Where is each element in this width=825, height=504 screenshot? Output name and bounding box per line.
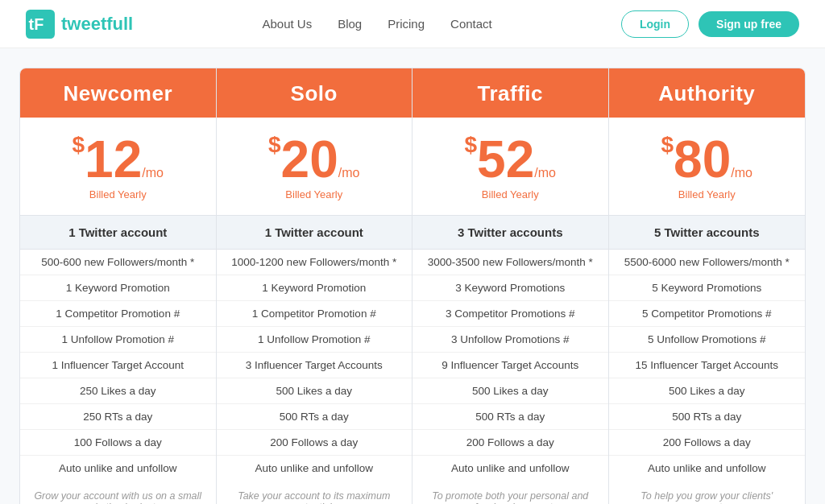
plan-price-box: $20/mo Billed Yearly [217, 118, 412, 215]
feature-item: 500 Likes a day [609, 378, 806, 404]
plan-name: Traffic [412, 68, 608, 118]
feature-item: 1 Competitor Promotion # [20, 301, 216, 327]
feature-item: 500-600 new Followers/month * [20, 250, 216, 275]
price-billing: Billed Yearly [609, 188, 806, 207]
plan-authority: Authority $80/mo Billed Yearly 5 Twitter… [609, 68, 806, 504]
price-dollar: $ [465, 132, 478, 157]
login-button[interactable]: Login [621, 10, 689, 38]
signup-button[interactable]: Sign up free [699, 11, 799, 37]
plan-name: Solo [217, 68, 412, 118]
feature-item: 3 Keyword Promotions [412, 275, 608, 301]
plan-accounts: 1 Twitter account [217, 215, 412, 250]
plan-price: $52/mo [465, 134, 556, 185]
feature-item: 200 Follows a day [217, 430, 412, 456]
plan-price-box: $52/mo Billed Yearly [412, 118, 608, 215]
plan-features: 3000-3500 new Followers/month *3 Keyword… [412, 250, 608, 481]
feature-item: 1 Keyword Promotion [217, 275, 412, 301]
feature-item: 500 Likes a day [412, 378, 608, 404]
nav-blog[interactable]: Blog [338, 17, 362, 31]
plan-accounts: 3 Twitter accounts [412, 215, 608, 250]
navbar: tF tweetfull About Us Blog Pricing Conta… [0, 0, 825, 48]
plan-price-box: $80/mo Billed Yearly [609, 118, 806, 215]
price-billing: Billed Yearly [412, 188, 608, 207]
plan-newcomer: Newcomer $12/mo Billed Yearly 1 Twitter … [20, 68, 217, 504]
plan-solo: Solo $20/mo Billed Yearly 1 Twitter acco… [217, 68, 413, 504]
plan-tagline: Take your account to its maximum potenti… [217, 481, 412, 504]
feature-item: 500 RTs a day [412, 404, 608, 430]
plan-price: $80/mo [661, 134, 752, 185]
price-mo: /mo [731, 166, 752, 180]
feature-item: 1 Competitor Promotion # [217, 301, 412, 327]
price-mo: /mo [142, 166, 164, 180]
price-dollar: $ [73, 132, 85, 157]
price-dollar: $ [268, 132, 281, 157]
feature-item: 5 Competitor Promotions # [609, 301, 806, 327]
feature-item: Auto unlike and unfollow [20, 456, 216, 481]
pricing-section: Newcomer $12/mo Billed Yearly 1 Twitter … [0, 48, 825, 504]
logo-text: tweetfull [61, 14, 133, 35]
feature-item: 1 Unfollow Promotion # [217, 327, 412, 353]
price-mo: /mo [338, 166, 360, 180]
feature-item: 100 Follows a day [20, 430, 216, 456]
plan-tagline: To promote both your personal and profes… [412, 481, 608, 504]
price-mo: /mo [534, 166, 556, 180]
feature-item: 1 Unfollow Promotion # [20, 327, 216, 353]
nav-buttons: Login Sign up free [621, 10, 799, 38]
nav-pricing[interactable]: Pricing [388, 17, 425, 31]
plan-tagline: To help you grow your clients' accounts [609, 481, 806, 504]
feature-item: 1 Influencer Target Account [20, 353, 216, 378]
plan-features: 5500-6000 new Followers/month *5 Keyword… [609, 250, 806, 481]
plan-traffic: Traffic $52/mo Billed Yearly 3 Twitter a… [412, 68, 609, 504]
feature-item: Auto unlike and unfollow [412, 456, 608, 481]
price-billing: Billed Yearly [20, 188, 216, 207]
logo-icon: tF [26, 10, 55, 39]
price-dollar: $ [661, 132, 674, 157]
plan-price: $12/mo [73, 134, 164, 185]
feature-item: 1000-1200 new Followers/month * [217, 250, 412, 275]
plan-features: 500-600 new Followers/month *1 Keyword P… [20, 250, 216, 481]
feature-item: 3 Unfollow Promotions # [412, 327, 608, 353]
feature-item: 3 Competitor Promotions # [412, 301, 608, 327]
plan-accounts: 5 Twitter accounts [609, 215, 806, 250]
plan-price-box: $12/mo Billed Yearly [20, 118, 216, 215]
feature-item: 500 Likes a day [217, 378, 412, 404]
feature-item: Auto unlike and unfollow [609, 456, 806, 481]
feature-item: 500 RTs a day [217, 404, 412, 430]
feature-item: 1 Keyword Promotion [20, 275, 216, 301]
plan-features: 1000-1200 new Followers/month *1 Keyword… [217, 250, 412, 481]
feature-item: 5 Keyword Promotions [609, 275, 806, 301]
feature-item: 250 Likes a day [20, 378, 216, 404]
logo: tF tweetfull [26, 10, 133, 39]
plan-price: $20/mo [268, 134, 359, 185]
plan-name: Authority [609, 68, 806, 118]
feature-item: 5 Unfollow Promotions # [609, 327, 806, 353]
feature-item: Auto unlike and unfollow [217, 456, 412, 481]
plan-name: Newcomer [20, 68, 216, 118]
plan-tagline: Grow your account with us on a small mar… [20, 481, 216, 504]
feature-item: 200 Follows a day [412, 430, 608, 456]
plan-accounts: 1 Twitter account [20, 215, 216, 250]
feature-item: 15 Influencer Target Accounts [609, 353, 806, 378]
feature-item: 500 RTs a day [609, 404, 806, 430]
feature-item: 5500-6000 new Followers/month * [609, 250, 806, 275]
feature-item: 200 Follows a day [609, 430, 806, 456]
feature-item: 3 Influencer Target Accounts [217, 353, 412, 378]
feature-item: 9 Influencer Target Accounts [412, 353, 608, 378]
svg-text:tF: tF [29, 15, 44, 33]
price-billing: Billed Yearly [217, 188, 412, 207]
nav-about[interactable]: About Us [262, 17, 312, 31]
feature-item: 3000-3500 new Followers/month * [412, 250, 608, 275]
nav-links: About Us Blog Pricing Contact [262, 17, 491, 31]
pricing-grid: Newcomer $12/mo Billed Yearly 1 Twitter … [19, 68, 806, 504]
nav-contact[interactable]: Contact [450, 17, 492, 31]
feature-item: 250 RTs a day [20, 404, 216, 430]
